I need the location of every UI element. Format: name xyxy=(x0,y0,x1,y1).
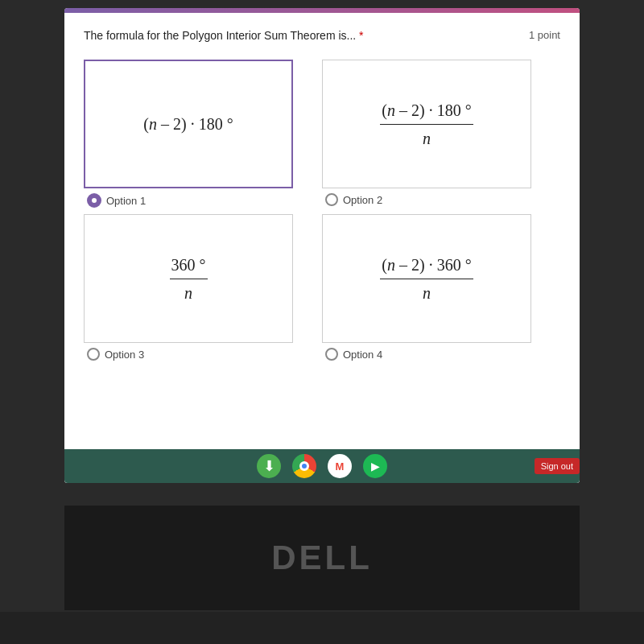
points-label: 1 point xyxy=(529,29,560,41)
laptop-body: The formula for the Polygon Interior Sum… xyxy=(0,0,644,644)
play-icon[interactable]: ▶ xyxy=(363,454,387,478)
option-2-label: Option 2 xyxy=(343,194,382,206)
option-2-label-row[interactable]: Option 2 xyxy=(322,193,382,206)
sign-out-button[interactable]: Sign out xyxy=(535,458,580,474)
gmail-icon[interactable]: M xyxy=(328,454,352,478)
option-3-cell[interactable]: 360 ° n Option 3 xyxy=(84,214,322,367)
option-4-box[interactable]: (n – 2) · 360 ° n xyxy=(322,214,531,343)
option-3-formula: 360 ° n xyxy=(170,253,208,305)
option-4-label: Option 4 xyxy=(343,349,382,361)
keyboard-area xyxy=(0,612,644,644)
option-4-formula: (n – 2) · 360 ° n xyxy=(380,253,473,305)
option-2-cell[interactable]: (n – 2) · 180 ° n Option 2 xyxy=(322,60,560,214)
left-bezel xyxy=(0,8,64,483)
files-icon[interactable]: ⬇ xyxy=(257,454,281,478)
question-text: The formula for the Polygon Interior Sum… xyxy=(84,29,364,42)
option-1-cell[interactable]: (n – 2) · 180 ° Option 1 xyxy=(84,60,322,214)
taskbar: ⬇ M ▶ Sign out xyxy=(64,449,580,483)
option-1-label: Option 1 xyxy=(106,195,146,207)
option-3-radio[interactable] xyxy=(87,348,100,361)
options-grid: (n – 2) · 180 ° Option 1 (n – 2) xyxy=(84,60,560,367)
option-2-formula: (n – 2) · 180 ° n xyxy=(380,98,473,151)
chrome-icon[interactable] xyxy=(292,454,316,478)
option-2-radio[interactable] xyxy=(325,193,338,206)
option-1-label-row[interactable]: Option 1 xyxy=(84,193,146,208)
option-1-box[interactable]: (n – 2) · 180 ° xyxy=(84,60,293,188)
option-1-radio[interactable] xyxy=(87,193,101,208)
option-3-box[interactable]: 360 ° n xyxy=(84,214,293,343)
laptop-screen: The formula for the Polygon Interior Sum… xyxy=(64,8,580,483)
option-4-label-row[interactable]: Option 4 xyxy=(322,348,382,361)
option-2-box[interactable]: (n – 2) · 180 ° n xyxy=(322,60,531,188)
dell-logo-area: DELL xyxy=(64,506,580,610)
dell-logo: DELL xyxy=(271,539,373,577)
quiz-content: The formula for the Polygon Interior Sum… xyxy=(64,13,580,483)
option-3-label: Option 3 xyxy=(105,349,144,361)
option-3-label-row[interactable]: Option 3 xyxy=(84,348,144,361)
option-4-cell[interactable]: (n – 2) · 360 ° n Option 4 xyxy=(322,214,560,367)
option-4-radio[interactable] xyxy=(325,348,338,361)
question-header: The formula for the Polygon Interior Sum… xyxy=(84,29,560,42)
option-1-formula: (n – 2) · 180 ° xyxy=(143,112,233,136)
right-bezel xyxy=(580,8,644,483)
